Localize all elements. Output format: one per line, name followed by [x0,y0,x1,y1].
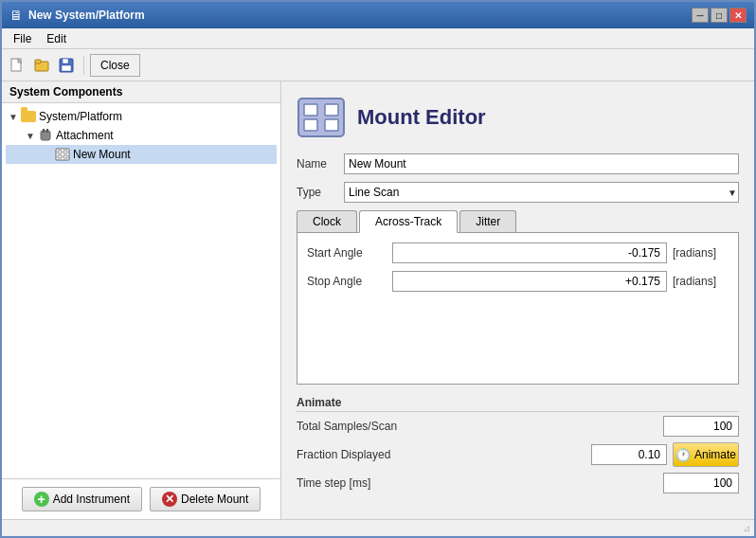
type-select-wrapper: Line Scan Frame Pushbroom ▼ [344,182,739,203]
timestep-input[interactable] [663,473,739,493]
window-icon: 🖥 [9,8,23,23]
delete-mount-label: Delete Mount [181,493,248,506]
title-bar: 🖥 New System/Platform ─ □ ✕ [2,2,754,28]
editor-title: Mount Editor [357,105,486,130]
tree-area[interactable]: ▼ System/Platform ▼ [2,103,280,478]
type-label: Type [297,186,344,199]
new-icon [9,58,25,73]
tab-across-track-label: Across-Track [375,215,441,228]
start-angle-unit: [radians] [667,246,729,260]
animate-section-label: Animate [297,396,739,412]
svg-rect-7 [41,131,50,140]
tab-content-across-track: Start Angle [radians] Stop Angle [radian… [297,233,739,385]
tree-label-attachment: Attachment [56,129,114,142]
total-samples-input[interactable] [663,416,739,437]
sidebar: System Components ▼ System/Platform ▼ [2,81,281,519]
toolbar: Close [2,49,754,81]
new-button[interactable] [6,54,28,77]
svg-rect-13 [58,155,62,158]
svg-rect-18 [304,119,317,131]
delete-mount-button[interactable]: ✕ Delete Mount [150,487,261,511]
type-select[interactable]: Line Scan Frame Pushbroom [344,182,739,203]
clock-icon: 🕐 [675,448,691,462]
main-window: 🖥 New System/Platform ─ □ ✕ File Edit [0,0,756,538]
tab-across-track[interactable]: Across-Track [359,210,458,233]
tabs-bar: Clock Across-Track Jitter [297,210,739,233]
window-controls: ─ □ ✕ [692,8,747,23]
minimize-button[interactable]: ─ [692,8,709,23]
menu-edit[interactable]: Edit [39,30,74,47]
fraction-input[interactable] [591,444,667,465]
tree-label-system: System/Platform [39,110,122,123]
animate-button[interactable]: 🕐 Animate [673,442,739,467]
svg-rect-19 [325,119,338,131]
toolbar-separator [83,56,84,75]
start-angle-label: Start Angle [307,246,392,260]
tree-expand-mount [40,147,55,162]
svg-rect-16 [304,104,317,116]
stop-angle-label: Stop Angle [307,275,392,288]
svg-rect-9 [46,129,48,133]
tree-label-mount: New Mount [73,148,131,161]
sidebar-footer: + Add Instrument ✕ Delete Mount [2,478,280,519]
menu-file[interactable]: File [6,30,39,47]
fraction-row: Fraction Displayed 🕐 Animate [297,442,739,467]
open-button[interactable] [30,54,53,77]
mount-editor-icon [297,97,346,138]
type-row: Type Line Scan Frame Pushbroom ▼ [297,182,739,203]
svg-rect-17 [325,104,338,116]
status-bar: ⊿ [2,519,754,536]
add-icon: + [34,492,49,507]
svg-rect-5 [63,59,68,63]
main-content: System Components ▼ System/Platform ▼ [2,81,754,519]
close-window-button[interactable]: ✕ [729,8,747,23]
tab-jitter[interactable]: Jitter [459,210,516,232]
name-row: Name [297,153,739,174]
stop-angle-unit: [radians] [667,275,729,288]
window-title: New System/Platform [28,9,686,22]
tree-item-mount[interactable]: New Mount [6,145,277,164]
name-label: Name [297,157,344,170]
maximize-button[interactable]: □ [711,8,728,23]
total-samples-row: Total Samples/Scan [297,416,739,437]
svg-rect-6 [62,65,71,71]
resize-grip: ⊿ [743,523,750,533]
add-instrument-button[interactable]: + Add Instrument [22,487,142,511]
tree-expand-attachment[interactable]: ▼ [23,128,38,143]
delete-icon: ✕ [162,492,177,507]
tree-item-attachment[interactable]: ▼ Attachment [6,126,277,145]
tabs-container: Clock Across-Track Jitter Start Angle [r… [297,210,739,385]
tab-jitter-label: Jitter [476,215,500,228]
svg-rect-14 [63,155,67,158]
add-instrument-label: Add Instrument [53,493,130,506]
svg-rect-11 [58,151,62,153]
svg-rect-12 [63,151,67,153]
tab-clock-label: Clock [313,215,341,228]
animate-section: Animate Total Samples/Scan Fraction Disp… [297,396,739,493]
svg-rect-3 [35,60,41,63]
sidebar-header: System Components [2,81,280,103]
timestep-row: Time step [ms] [297,473,739,493]
close-toolbar-button[interactable]: Close [90,54,140,77]
editor-area: Mount Editor Name Type Line Scan Frame P… [281,81,754,519]
stop-angle-row: Stop Angle [radians] [307,271,729,292]
tree-expand-system[interactable]: ▼ [6,109,21,124]
total-samples-label: Total Samples/Scan [297,420,663,433]
fraction-label: Fraction Displayed [297,448,591,461]
folder-icon [21,109,36,124]
tab-clock[interactable]: Clock [297,210,357,232]
open-icon [34,58,49,73]
tree-item-system[interactable]: ▼ System/Platform [6,107,277,126]
menu-bar: File Edit [2,28,754,49]
plug-icon [38,128,53,143]
name-input[interactable] [344,153,739,174]
editor-header: Mount Editor [297,97,739,138]
stop-angle-input[interactable] [392,271,667,292]
animate-btn-label: Animate [694,448,736,461]
mount-icon [55,147,70,162]
save-button[interactable] [55,54,78,77]
start-angle-row: Start Angle [radians] [307,242,729,263]
timestep-label: Time step [ms] [297,476,663,490]
start-angle-input[interactable] [392,242,667,263]
save-icon [59,58,74,73]
